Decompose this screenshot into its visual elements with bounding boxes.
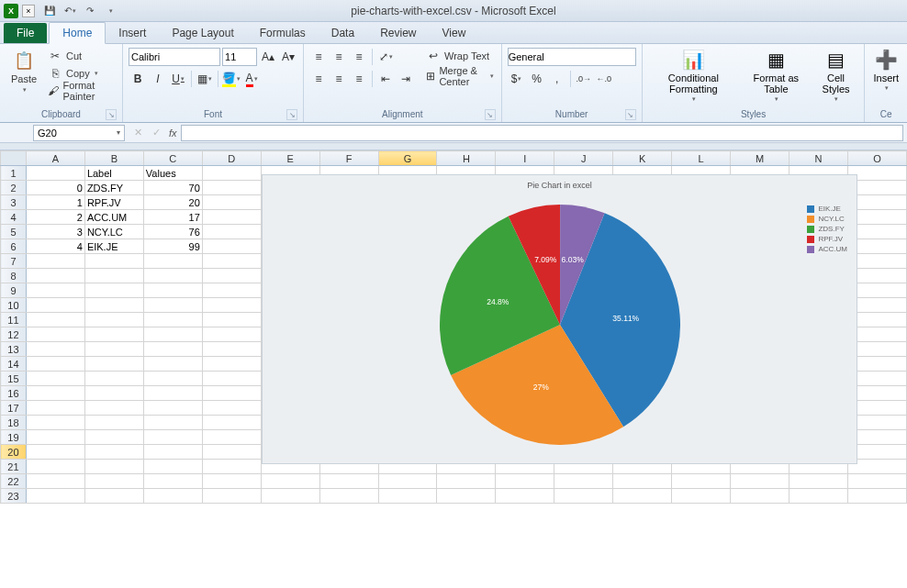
cell-C4[interactable]: 17	[143, 210, 202, 225]
tab-data[interactable]: Data	[319, 23, 367, 43]
column-header-M[interactable]: M	[731, 151, 789, 166]
cell-B3[interactable]: RPF.JV	[84, 195, 143, 210]
cell-A14[interactable]	[26, 357, 84, 372]
cell-D18[interactable]	[202, 416, 261, 430]
cell-A16[interactable]	[26, 386, 84, 401]
qat-customize-button[interactable]: ▾	[101, 3, 119, 19]
cell-B9[interactable]	[84, 283, 143, 298]
cell-D6[interactable]	[202, 239, 261, 254]
cell-A18[interactable]	[26, 416, 84, 430]
row-header-5[interactable]: 5	[1, 225, 27, 239]
cell-A3[interactable]: 1	[26, 195, 84, 210]
cell-A10[interactable]	[26, 298, 84, 313]
cell-D8[interactable]	[202, 269, 261, 283]
row-header-4[interactable]: 4	[1, 210, 27, 225]
cell-C9[interactable]	[143, 283, 202, 298]
cell-C5[interactable]: 76	[143, 225, 202, 239]
cell-C17[interactable]	[143, 401, 202, 416]
cancel-formula-button[interactable]: ✕	[129, 125, 147, 141]
cell-A1[interactable]	[26, 166, 84, 181]
cell-B16[interactable]	[84, 386, 143, 401]
tab-home[interactable]: Home	[49, 22, 106, 44]
row-header-23[interactable]: 23	[1, 489, 27, 504]
row-header-20[interactable]: 20	[1, 445, 27, 460]
formula-input[interactable]	[181, 125, 903, 141]
cell-B18[interactable]	[84, 416, 143, 430]
cell-D3[interactable]	[202, 195, 261, 210]
cell-E22[interactable]	[261, 474, 319, 489]
align-top-button[interactable]: ≡	[309, 48, 328, 66]
tab-file[interactable]: File	[4, 23, 47, 43]
cell-A20[interactable]	[26, 445, 84, 460]
name-box[interactable]: G20 ▾	[33, 125, 125, 141]
underline-button[interactable]: U▾	[169, 70, 187, 88]
cell-O23[interactable]	[847, 489, 906, 504]
align-center-button[interactable]: ≡	[330, 70, 348, 88]
cell-G23[interactable]	[378, 489, 437, 504]
insert-cells-button[interactable]: ➕ Insert▾	[870, 48, 901, 92]
font-size-select[interactable]	[222, 48, 257, 66]
cell-C18[interactable]	[143, 416, 202, 430]
cell-B12[interactable]	[84, 327, 143, 342]
alignment-launcher[interactable]: ↘	[485, 109, 496, 120]
redo-button[interactable]: ↷	[81, 3, 99, 19]
row-header-3[interactable]: 3	[1, 195, 27, 210]
column-header-L[interactable]: L	[672, 151, 731, 166]
row-header-16[interactable]: 16	[1, 386, 27, 401]
cell-A2[interactable]: 0	[26, 181, 84, 195]
cell-A5[interactable]: 3	[26, 225, 84, 239]
cell-C15[interactable]	[143, 372, 202, 386]
cell-D15[interactable]	[202, 372, 261, 386]
cell-C20[interactable]	[143, 445, 202, 460]
cell-A15[interactable]	[26, 372, 84, 386]
column-header-J[interactable]: J	[554, 151, 613, 166]
number-format-select[interactable]	[508, 48, 636, 66]
decrease-font-button[interactable]: A▾	[279, 48, 297, 66]
font-color-button[interactable]: A▾	[242, 70, 261, 88]
number-launcher[interactable]: ↘	[625, 109, 636, 120]
cell-A11[interactable]	[26, 313, 84, 327]
row-header-13[interactable]: 13	[1, 342, 27, 357]
cell-C10[interactable]	[143, 298, 202, 313]
column-header-O[interactable]: O	[847, 151, 906, 166]
cell-B8[interactable]	[84, 269, 143, 283]
embedded-chart[interactable]: Pie Chart in excel 35.11%27%24.8%7.09%6.…	[262, 174, 857, 464]
cell-D16[interactable]	[202, 386, 261, 401]
column-header-I[interactable]: I	[496, 151, 554, 166]
cell-D23[interactable]	[202, 489, 261, 504]
fx-icon[interactable]: fx	[169, 128, 177, 139]
cell-C2[interactable]: 70	[143, 181, 202, 195]
cell-B22[interactable]	[84, 474, 143, 489]
cell-D21[interactable]	[202, 460, 261, 474]
cell-B13[interactable]	[84, 342, 143, 357]
workbook-close-icon[interactable]: ×	[22, 5, 35, 17]
font-launcher[interactable]: ↘	[286, 109, 297, 120]
column-header-D[interactable]: D	[202, 151, 261, 166]
cell-A13[interactable]	[26, 342, 84, 357]
row-header-6[interactable]: 6	[1, 239, 27, 254]
cell-C1[interactable]: Values	[143, 166, 202, 181]
cell-A23[interactable]	[26, 489, 84, 504]
cell-A9[interactable]	[26, 283, 84, 298]
decrease-decimal-button[interactable]: ←.0	[595, 70, 613, 88]
cell-B7[interactable]	[84, 254, 143, 269]
column-header-E[interactable]: E	[261, 151, 319, 166]
cell-D2[interactable]	[202, 181, 261, 195]
align-right-button[interactable]: ≡	[350, 70, 368, 88]
cell-D19[interactable]	[202, 430, 261, 445]
cell-C7[interactable]	[143, 254, 202, 269]
cell-N23[interactable]	[789, 489, 848, 504]
cell-C3[interactable]: 20	[143, 195, 202, 210]
increase-indent-button[interactable]: ⇥	[397, 70, 415, 88]
cell-F22[interactable]	[319, 474, 378, 489]
fill-color-button[interactable]: 🪣▾	[222, 70, 241, 88]
select-all-corner[interactable]	[1, 151, 27, 166]
cell-L23[interactable]	[672, 489, 731, 504]
row-header-9[interactable]: 9	[1, 283, 27, 298]
paste-button[interactable]: 📋 Paste ▾	[6, 48, 42, 95]
cell-G22[interactable]	[378, 474, 437, 489]
cell-J22[interactable]	[554, 474, 613, 489]
tab-review[interactable]: Review	[367, 23, 429, 43]
cell-A12[interactable]	[26, 327, 84, 342]
cell-B10[interactable]	[84, 298, 143, 313]
